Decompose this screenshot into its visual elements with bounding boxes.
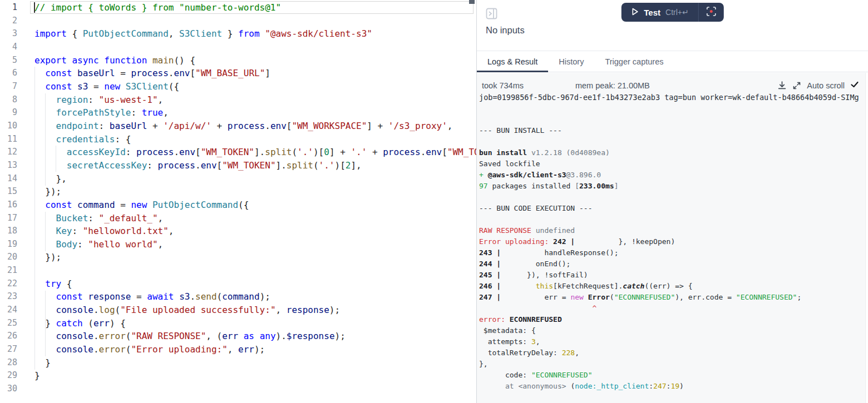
capture-icon: [706, 6, 717, 18]
download-logs-icon[interactable]: [777, 81, 787, 90]
test-panel: No inputs Test Ctrl+↵: [477, 0, 868, 403]
test-shortcut: Ctrl+↵: [665, 8, 689, 17]
checkmark-icon: [850, 80, 859, 91]
tab-trigger-captures[interactable]: Trigger captures: [594, 51, 674, 72]
tab-history[interactable]: History: [548, 51, 594, 72]
log-line: Error uploading: 242 | }, !keepOpen): [479, 236, 868, 247]
log-line: 247 | err = new Error("ECONNREFUSED"), e…: [479, 292, 868, 303]
log-line: Saved lockfile: [479, 158, 868, 170]
log-line: [479, 214, 868, 225]
app-window: 1234567891011121314151617181920212223242…: [0, 0, 868, 403]
overview-ruler-marker: [469, 0, 475, 4]
test-button-group: Test Ctrl+↵: [621, 3, 723, 22]
play-icon: [630, 7, 639, 18]
mem-peak: mem peak: 21.00MB: [575, 81, 650, 90]
log-line: error: ECONNREFUSED: [479, 314, 868, 325]
test-button[interactable]: Test Ctrl+↵: [621, 3, 698, 22]
log-line: 244 | onEnd();: [479, 258, 868, 270]
log-line: --- BUN INSTALL ---: [479, 125, 868, 136]
log-line: RAW RESPONSE undefined: [479, 225, 868, 236]
tab-logs-result[interactable]: Logs & Result: [477, 51, 548, 72]
log-output: --- BUN INSTALL ---bun install v1.2.18 (…: [477, 125, 868, 392]
auto-scroll-label: Auto scroll: [807, 81, 845, 90]
log-line: totalRetryDelay: 228,: [479, 347, 868, 359]
capture-test-button[interactable]: [699, 3, 724, 22]
log-line: 97 packages installed [233.00ms]: [479, 181, 868, 192]
collapse-panel-icon[interactable]: [486, 8, 497, 21]
panel-tabs: Logs & Result History Trigger captures: [477, 51, 868, 72]
log-line: bun install v1.2.18 (0d4089ea): [479, 147, 868, 158]
log-line: [479, 192, 868, 203]
log-line: --- BUN CODE EXECUTION ---: [479, 203, 868, 214]
log-line: ^: [479, 303, 868, 314]
run-stats-row: took 734ms mem peak: 21.00MB: [477, 73, 868, 91]
expand-logs-icon[interactable]: [792, 81, 801, 90]
code-editor[interactable]: 1234567891011121314151617181920212223242…: [0, 0, 477, 403]
job-metadata-line: job=0199856f-5dbc-967d-ee1f-1b43273e2ab3…: [477, 93, 868, 102]
line-numbers[interactable]: 1234567891011121314151617181920212223242…: [0, 1, 17, 396]
log-line: },: [479, 359, 868, 370]
no-inputs-label: No inputs: [486, 25, 868, 36]
log-line: 246 | this[kFetchRequest].catch((err) =>…: [479, 281, 868, 292]
log-line: 243 | handleResponse();: [479, 247, 868, 258]
log-line: at <anonymous> (node:_http_client:247:19…: [479, 381, 868, 392]
code-lines[interactable]: // import { toWords } from "number-to-wo…: [34, 1, 476, 396]
log-line: attempts: 3,: [479, 336, 868, 347]
panel-scrollbar[interactable]: [865, 73, 868, 403]
log-line: + @aws-sdk/client-s3@3.896.0: [479, 170, 868, 181]
logs-content: took 734ms mem peak: 21.00MB: [477, 73, 868, 403]
log-line: 245 | }), !softFail): [479, 270, 868, 281]
text-cursor: [34, 2, 35, 13]
log-line: code: "ECONNREFUSED": [479, 370, 868, 381]
auto-scroll-toggle[interactable]: [850, 80, 859, 91]
log-line: $metadata: {: [479, 325, 868, 336]
took-duration: took 734ms: [482, 81, 524, 90]
test-button-label: Test: [644, 8, 660, 17]
log-line: [479, 136, 868, 147]
panel-header: No inputs Test Ctrl+↵: [477, 0, 868, 51]
